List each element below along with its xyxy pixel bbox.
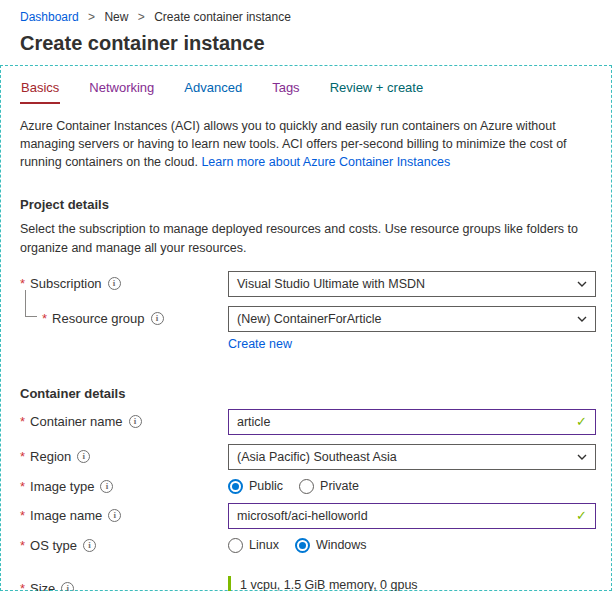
resource-group-value: (New) ContainerForArticle: [237, 312, 381, 326]
chevron-down-icon: [577, 316, 587, 322]
required-marker: *: [20, 449, 25, 464]
tab-review-create[interactable]: Review + create: [329, 78, 425, 104]
info-icon[interactable]: i: [108, 277, 121, 290]
breadcrumb-dashboard[interactable]: Dashboard: [20, 10, 79, 24]
radio-private[interactable]: Private: [299, 479, 359, 494]
info-icon[interactable]: i: [77, 450, 90, 463]
resource-group-control: (New) ContainerForArticle Create new: [228, 306, 596, 351]
required-marker: *: [20, 538, 25, 553]
os-type-row: * OS type i Linux Windows: [20, 538, 592, 553]
radio-unchecked-icon: [299, 479, 314, 494]
region-label: * Region i: [20, 449, 228, 464]
required-marker: *: [20, 479, 25, 494]
radio-windows[interactable]: Windows: [295, 538, 367, 553]
image-name-value: microsoft/aci-helloworld: [237, 509, 368, 523]
container-name-value: article: [237, 415, 270, 429]
region-dropdown[interactable]: (Asia Pacific) Southeast Asia: [228, 444, 596, 470]
info-icon[interactable]: i: [108, 509, 121, 522]
chevron-down-icon: [577, 281, 587, 287]
required-marker: *: [20, 414, 25, 429]
image-name-input[interactable]: microsoft/aci-helloworld ✓: [228, 503, 596, 529]
resource-group-label: * Resource group i: [20, 306, 228, 326]
container-details-heading: Container details: [20, 386, 592, 401]
subscription-value: Visual Studio Ultimate with MSDN: [237, 277, 425, 291]
required-marker: *: [20, 581, 25, 591]
page-title: Create container instance: [0, 32, 612, 55]
region-value: (Asia Pacific) Southeast Asia: [237, 450, 397, 464]
tab-tags[interactable]: Tags: [271, 78, 300, 104]
image-name-row: * Image name i microsoft/aci-helloworld …: [20, 503, 592, 529]
breadcrumb: Dashboard > New > Create container insta…: [0, 0, 612, 24]
radio-unchecked-icon: [228, 538, 243, 553]
image-type-row: * Image type i Public Private: [20, 479, 592, 494]
required-marker: *: [20, 508, 25, 523]
region-row: * Region i (Asia Pacific) Southeast Asia: [20, 444, 592, 470]
chevron-down-icon: [577, 454, 587, 460]
resource-group-row: * Resource group i (New) ContainerForArt…: [20, 306, 592, 351]
tab-bar: Basics Networking Advanced Tags Review +…: [20, 78, 592, 104]
size-label: * Size i: [20, 576, 228, 591]
image-type-label: * Image type i: [20, 479, 228, 494]
container-name-row: * Container name i article ✓: [20, 409, 592, 435]
size-value: 1 vcpu, 1.5 GiB memory, 0 gpus: [228, 576, 596, 591]
valid-check-icon: ✓: [576, 508, 587, 523]
subscription-dropdown[interactable]: Visual Studio Ultimate with MSDN: [228, 271, 596, 297]
subscription-row: * Subscription i Visual Studio Ultimate …: [20, 271, 592, 297]
breadcrumb-new[interactable]: New: [104, 10, 128, 24]
os-type-label: * OS type i: [20, 538, 228, 553]
container-name-input[interactable]: article ✓: [228, 409, 596, 435]
info-icon[interactable]: i: [83, 539, 96, 552]
radio-checked-icon: [295, 538, 310, 553]
project-details-heading: Project details: [20, 197, 592, 212]
info-icon[interactable]: i: [151, 312, 164, 325]
breadcrumb-separator: >: [88, 10, 95, 24]
breadcrumb-separator: >: [138, 10, 145, 24]
blade-content: Basics Networking Advanced Tags Review +…: [0, 65, 612, 591]
tab-networking[interactable]: Networking: [88, 78, 155, 104]
intro-paragraph: Azure Container Instances (ACI) allows y…: [20, 117, 592, 171]
subscription-label: * Subscription i: [20, 276, 228, 291]
radio-checked-icon: [228, 479, 243, 494]
breadcrumb-current: Create container instance: [154, 10, 291, 24]
valid-check-icon: ✓: [576, 414, 587, 429]
create-new-link[interactable]: Create new: [228, 337, 292, 351]
size-row: * Size i 1 vcpu, 1.5 GiB memory, 0 gpus …: [20, 576, 592, 591]
project-details-description: Select the subscription to manage deploy…: [20, 220, 592, 256]
info-icon[interactable]: i: [129, 415, 142, 428]
container-name-label: * Container name i: [20, 414, 228, 429]
size-control: 1 vcpu, 1.5 GiB memory, 0 gpus Change si…: [228, 576, 596, 591]
resource-group-dropdown[interactable]: (New) ContainerForArticle: [228, 306, 596, 332]
learn-more-link[interactable]: Learn more about Azure Container Instanc…: [201, 155, 450, 169]
image-type-radio-group: Public Private: [228, 479, 596, 494]
info-icon[interactable]: i: [100, 480, 113, 493]
radio-public[interactable]: Public: [228, 479, 283, 494]
info-icon[interactable]: i: [61, 582, 74, 591]
tab-basics[interactable]: Basics: [20, 78, 60, 104]
os-type-radio-group: Linux Windows: [228, 538, 596, 553]
tree-connector: [25, 290, 37, 317]
radio-linux[interactable]: Linux: [228, 538, 279, 553]
tab-advanced[interactable]: Advanced: [183, 78, 243, 104]
required-marker: *: [42, 311, 47, 326]
image-name-label: * Image name i: [20, 508, 228, 523]
